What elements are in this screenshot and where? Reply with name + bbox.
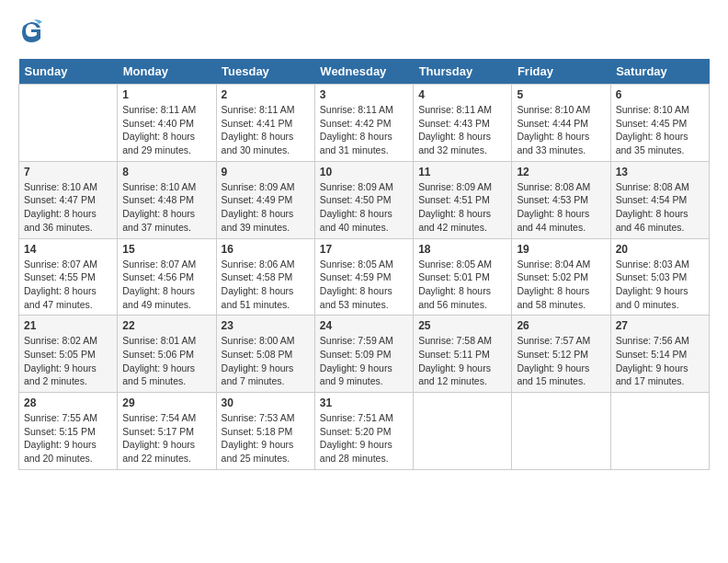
- day-info: Sunrise: 8:10 AMSunset: 4:45 PMDaylight:…: [616, 103, 704, 157]
- calendar-cell: 5Sunrise: 8:10 AMSunset: 4:44 PMDaylight…: [512, 85, 610, 162]
- calendar-cell: 4Sunrise: 8:11 AMSunset: 4:43 PMDaylight…: [414, 85, 512, 162]
- day-info: Sunrise: 7:51 AMSunset: 5:20 PMDaylight:…: [320, 411, 408, 465]
- header-sunday: Sunday: [19, 59, 118, 85]
- calendar-cell: 15Sunrise: 8:07 AMSunset: 4:56 PMDayligh…: [118, 238, 216, 316]
- day-number: 13: [616, 166, 704, 178]
- calendar-cell: 23Sunrise: 8:00 AMSunset: 5:08 PMDayligh…: [216, 316, 314, 393]
- calendar-cell: 3Sunrise: 8:11 AMSunset: 4:42 PMDaylight…: [314, 85, 413, 162]
- day-info: Sunrise: 8:03 AMSunset: 5:03 PMDaylight:…: [616, 258, 704, 312]
- day-info: Sunrise: 8:09 AMSunset: 4:49 PMDaylight:…: [222, 180, 310, 235]
- calendar-cell: 21Sunrise: 8:02 AMSunset: 5:05 PMDayligh…: [19, 316, 118, 393]
- day-number: 14: [24, 243, 112, 256]
- calendar-cell: 17Sunrise: 8:05 AMSunset: 4:59 PMDayligh…: [314, 238, 413, 316]
- calendar-cell: 7Sunrise: 8:10 AMSunset: 4:47 PMDaylight…: [19, 161, 118, 238]
- calendar-cell: 13Sunrise: 8:08 AMSunset: 4:54 PMDayligh…: [610, 161, 709, 238]
- header-thursday: Thursday: [414, 59, 512, 85]
- day-number: 20: [616, 243, 704, 256]
- day-info: Sunrise: 7:54 AMSunset: 5:17 PMDaylight:…: [122, 411, 210, 465]
- day-number: 26: [517, 319, 605, 332]
- calendar-cell: 30Sunrise: 7:53 AMSunset: 5:18 PMDayligh…: [216, 393, 314, 470]
- day-number: 15: [122, 243, 210, 256]
- calendar-cell: 18Sunrise: 8:05 AMSunset: 5:01 PMDayligh…: [414, 238, 512, 316]
- day-number: 3: [320, 88, 408, 101]
- calendar-header-row: SundayMondayTuesdayWednesdayThursdayFrid…: [19, 59, 710, 85]
- day-number: 21: [24, 319, 112, 332]
- day-number: 29: [122, 396, 210, 409]
- header-wednesday: Wednesday: [314, 59, 413, 85]
- day-info: Sunrise: 8:11 AMSunset: 4:43 PMDaylight:…: [418, 103, 506, 157]
- day-info: Sunrise: 8:11 AMSunset: 4:41 PMDaylight:…: [222, 103, 310, 157]
- day-info: Sunrise: 8:01 AMSunset: 5:06 PMDaylight:…: [122, 334, 210, 388]
- calendar-cell: [19, 85, 118, 162]
- calendar-cell: [414, 393, 512, 470]
- day-info: Sunrise: 8:10 AMSunset: 4:47 PMDaylight:…: [24, 180, 112, 235]
- day-info: Sunrise: 8:05 AMSunset: 4:59 PMDaylight:…: [320, 258, 408, 312]
- calendar-cell: 1Sunrise: 8:11 AMSunset: 4:40 PMDaylight…: [118, 85, 216, 162]
- calendar-cell: 25Sunrise: 7:58 AMSunset: 5:11 PMDayligh…: [414, 316, 512, 393]
- calendar-cell: 16Sunrise: 8:06 AMSunset: 4:58 PMDayligh…: [216, 238, 314, 316]
- day-number: 11: [418, 166, 506, 178]
- calendar-cell: 8Sunrise: 8:10 AMSunset: 4:48 PMDaylight…: [118, 161, 216, 238]
- day-number: 6: [616, 88, 704, 101]
- calendar-cell: [610, 393, 709, 470]
- day-info: Sunrise: 7:59 AMSunset: 5:09 PMDaylight:…: [320, 334, 408, 388]
- day-number: 9: [222, 166, 310, 178]
- day-info: Sunrise: 8:00 AMSunset: 5:08 PMDaylight:…: [222, 334, 310, 388]
- calendar-cell: [512, 393, 610, 470]
- day-info: Sunrise: 8:09 AMSunset: 4:50 PMDaylight:…: [320, 180, 408, 235]
- day-number: 28: [24, 396, 112, 409]
- day-number: 23: [222, 319, 310, 332]
- calendar-cell: 31Sunrise: 7:51 AMSunset: 5:20 PMDayligh…: [314, 393, 413, 470]
- header-monday: Monday: [118, 59, 216, 85]
- calendar-week-1: 7Sunrise: 8:10 AMSunset: 4:47 PMDaylight…: [19, 161, 710, 238]
- day-number: 10: [320, 166, 408, 178]
- day-number: 30: [222, 396, 310, 409]
- day-info: Sunrise: 8:08 AMSunset: 4:53 PMDaylight:…: [517, 180, 605, 235]
- header-saturday: Saturday: [610, 59, 709, 85]
- day-info: Sunrise: 7:53 AMSunset: 5:18 PMDaylight:…: [222, 411, 310, 465]
- page-header: [18, 18, 710, 44]
- calendar-cell: 12Sunrise: 8:08 AMSunset: 4:53 PMDayligh…: [512, 161, 610, 238]
- calendar-cell: 22Sunrise: 8:01 AMSunset: 5:06 PMDayligh…: [118, 316, 216, 393]
- day-info: Sunrise: 8:08 AMSunset: 4:54 PMDaylight:…: [616, 180, 704, 235]
- day-info: Sunrise: 7:55 AMSunset: 5:15 PMDaylight:…: [24, 411, 112, 465]
- day-number: 31: [320, 396, 408, 409]
- day-number: 25: [418, 319, 506, 332]
- calendar-cell: 27Sunrise: 7:56 AMSunset: 5:14 PMDayligh…: [610, 316, 709, 393]
- calendar-cell: 29Sunrise: 7:54 AMSunset: 5:17 PMDayligh…: [118, 393, 216, 470]
- day-info: Sunrise: 8:10 AMSunset: 4:44 PMDaylight:…: [517, 103, 605, 157]
- day-number: 18: [418, 243, 506, 256]
- day-number: 4: [418, 88, 506, 101]
- day-info: Sunrise: 8:10 AMSunset: 4:48 PMDaylight:…: [122, 180, 210, 235]
- calendar-cell: 28Sunrise: 7:55 AMSunset: 5:15 PMDayligh…: [19, 393, 118, 470]
- day-info: Sunrise: 7:58 AMSunset: 5:11 PMDaylight:…: [418, 334, 506, 388]
- header-friday: Friday: [512, 59, 610, 85]
- calendar-week-2: 14Sunrise: 8:07 AMSunset: 4:55 PMDayligh…: [19, 238, 710, 316]
- day-number: 17: [320, 243, 408, 256]
- calendar-table: SundayMondayTuesdayWednesdayThursdayFrid…: [18, 59, 710, 470]
- calendar-cell: 14Sunrise: 8:07 AMSunset: 4:55 PMDayligh…: [19, 238, 118, 316]
- day-info: Sunrise: 8:07 AMSunset: 4:56 PMDaylight:…: [122, 258, 210, 312]
- calendar-cell: 2Sunrise: 8:11 AMSunset: 4:41 PMDaylight…: [216, 85, 314, 162]
- day-info: Sunrise: 8:09 AMSunset: 4:51 PMDaylight:…: [418, 180, 506, 235]
- day-number: 16: [222, 243, 310, 256]
- day-info: Sunrise: 7:56 AMSunset: 5:14 PMDaylight:…: [616, 334, 704, 388]
- day-info: Sunrise: 8:04 AMSunset: 5:02 PMDaylight:…: [517, 258, 605, 312]
- day-number: 27: [616, 319, 704, 332]
- day-info: Sunrise: 8:05 AMSunset: 5:01 PMDaylight:…: [418, 258, 506, 312]
- day-number: 1: [122, 88, 210, 101]
- calendar-cell: 26Sunrise: 7:57 AMSunset: 5:12 PMDayligh…: [512, 316, 610, 393]
- calendar-week-3: 21Sunrise: 8:02 AMSunset: 5:05 PMDayligh…: [19, 316, 710, 393]
- calendar-cell: 11Sunrise: 8:09 AMSunset: 4:51 PMDayligh…: [414, 161, 512, 238]
- day-number: 22: [122, 319, 210, 332]
- calendar-cell: 20Sunrise: 8:03 AMSunset: 5:03 PMDayligh…: [610, 238, 709, 316]
- calendar-cell: 9Sunrise: 8:09 AMSunset: 4:49 PMDaylight…: [216, 161, 314, 238]
- day-info: Sunrise: 8:06 AMSunset: 4:58 PMDaylight:…: [222, 258, 310, 312]
- day-number: 5: [517, 88, 605, 101]
- day-info: Sunrise: 8:02 AMSunset: 5:05 PMDaylight:…: [24, 334, 112, 388]
- day-number: 24: [320, 319, 408, 332]
- day-info: Sunrise: 8:11 AMSunset: 4:40 PMDaylight:…: [122, 103, 210, 157]
- day-number: 8: [122, 166, 210, 178]
- day-number: 2: [222, 88, 310, 101]
- calendar-cell: 19Sunrise: 8:04 AMSunset: 5:02 PMDayligh…: [512, 238, 610, 316]
